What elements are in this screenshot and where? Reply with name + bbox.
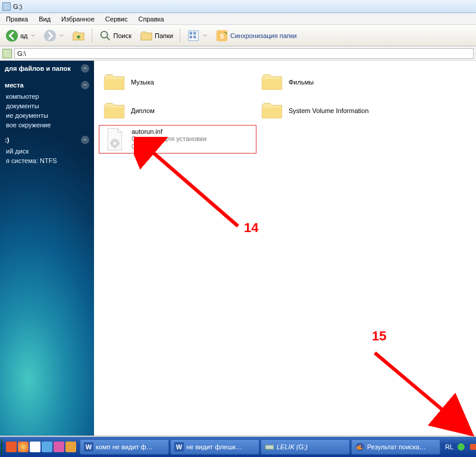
collapse-icon[interactable] [81,64,89,73]
ql-icon[interactable] [18,442,29,452]
file-item-autorun[interactable]: autorun.inf Сведения для установки 0 КБ [99,125,256,154]
word-icon: W [84,442,93,452]
ql-icon[interactable] [54,442,64,452]
sidebar-item-documents[interactable]: документы [5,101,89,111]
folder-icon [102,72,126,92]
svg-rect-21 [470,444,476,450]
menu-view[interactable]: Вид [34,14,55,24]
svg-rect-18 [265,445,274,449]
svg-point-11 [114,142,117,145]
folder-icon [102,101,126,121]
up-button[interactable] [69,27,88,44]
folder-item[interactable]: Фильмы [256,68,414,96]
folder-icon [260,101,284,121]
item-label: System Volume Information [289,107,369,114]
places-panel: места компьютер документы ие документы в… [0,77,94,132]
svg-point-1 [43,29,55,41]
svg-point-20 [458,443,465,450]
back-button[interactable]: ад [2,27,38,44]
folder-item[interactable]: System Volume Information [256,96,414,125]
svg-rect-6 [190,36,193,39]
menubar: Правка Вид Избранное Сервис Справка [0,13,476,25]
sidebar-item-shared-docs[interactable]: ие документы [5,111,89,120]
taskbar-item[interactable]: W не видит флешк… [170,439,259,455]
sync-button[interactable]: S Синхронизация папки [212,27,300,44]
folder-up-icon [72,29,85,42]
svg-rect-4 [190,32,193,35]
item-type: Сведения для установки [131,135,206,143]
svg-text:W: W [86,443,92,450]
ql-icon[interactable] [30,442,40,452]
sidebar-item-network[interactable]: вое окружение [5,120,89,130]
taskbar-item[interactable]: W комп не видит ф… [80,439,169,455]
details-filesystem: я система: NTFS [5,156,89,165]
folders-icon [140,29,153,42]
search-button[interactable]: Поиск [96,27,134,44]
task-label: LELIK (G:) [277,443,308,450]
search-icon [99,29,112,42]
item-label: autorun.inf [131,128,206,135]
ql-icon[interactable] [65,442,76,452]
folder-item[interactable]: Музыка [99,68,256,96]
file-list: Музыка Фильмы Диплом System Volume Infor… [94,61,476,436]
item-label: Диплом [131,107,155,114]
system-tray: RL [441,443,476,451]
svg-text:S: S [220,33,224,39]
tray-icon[interactable] [469,443,476,451]
drive-icon [265,442,274,452]
firefox-icon [355,442,365,452]
sync-icon: S [215,29,228,42]
item-label: Фильмы [289,79,314,86]
annotation-label: 14 [244,220,258,236]
forward-icon [43,29,57,42]
forward-button[interactable] [40,27,67,44]
chevron-down-icon [31,33,35,37]
taskbar-item[interactable]: LELIK (G:) [261,439,350,455]
menu-edit[interactable]: Правка [1,14,33,24]
folders-button[interactable]: Папки [137,27,176,44]
details-header: :) [5,136,9,143]
tray-icon[interactable] [457,443,465,451]
places-header: места [5,82,24,89]
taskbar: W комп не видит ф… W не видит флешк… LEL… [0,437,476,457]
annotation-label: 15 [372,328,386,344]
start-button[interactable] [1,438,2,456]
details-panel: :) ий диск я система: NTFS [0,132,94,168]
ql-icon[interactable] [6,442,17,452]
tasks-panel: для файлов и папок [0,61,94,77]
taskbar-item[interactable]: Результат поиска… [351,439,440,455]
svg-text:W: W [176,443,183,450]
menu-fav[interactable]: Избранное [57,14,99,24]
svg-point-0 [6,29,18,41]
menu-tools[interactable]: Сервис [101,14,133,24]
folder-item[interactable]: Диплом [99,96,256,125]
views-button[interactable] [184,27,210,44]
lang-indicator[interactable]: RL [445,443,453,450]
details-drive-type: ий диск [5,146,89,156]
folders-label: Папки [155,32,173,39]
svg-rect-7 [193,36,196,39]
titlebar: G:) [0,0,476,13]
sync-label: Синхронизация папки [230,32,297,39]
item-size: 0 КБ [131,143,206,151]
address-bar: G:\ [0,46,476,61]
sidebar-item-computer[interactable]: компьютер [5,92,89,101]
back-label: ад [20,32,28,39]
task-label: Результат поиска… [367,443,426,450]
views-icon [187,29,200,42]
drive-icon [2,49,12,58]
toolbar: ад Поиск Папки S Синхронизация [0,25,476,46]
chevron-down-icon [203,33,207,37]
address-path: G:\ [17,50,26,57]
collapse-icon[interactable] [81,136,89,144]
folder-icon [260,72,284,92]
svg-point-2 [101,31,107,37]
item-label: Музыка [131,79,154,86]
address-input[interactable]: G:\ [14,48,474,59]
collapse-icon[interactable] [81,81,89,89]
window-title: G:) [13,3,22,10]
sidebar: для файлов и папок места компьютер докум… [0,61,94,436]
back-icon [5,29,18,42]
menu-help[interactable]: Справка [134,14,169,24]
ql-icon[interactable] [42,442,52,452]
